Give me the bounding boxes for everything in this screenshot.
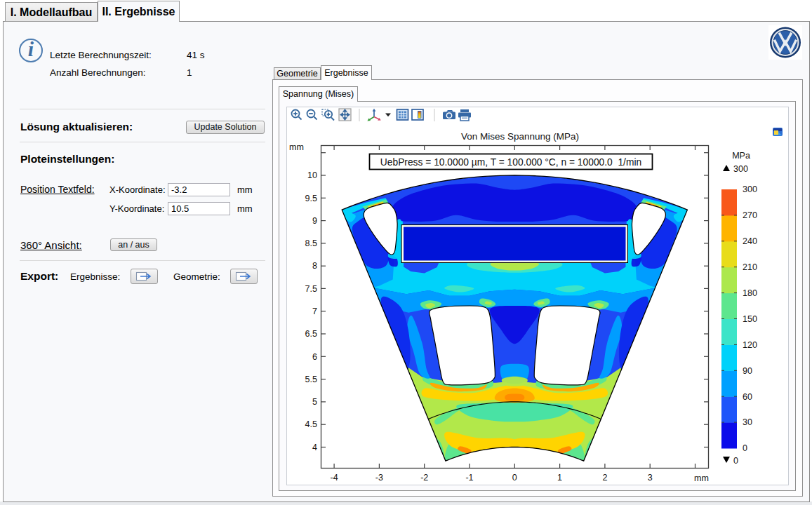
- svg-text:150: 150: [743, 314, 757, 324]
- svg-text:1: 1: [557, 473, 562, 483]
- svg-text:mm: mm: [289, 142, 304, 152]
- svg-text:8.5: 8.5: [305, 238, 317, 248]
- svg-text:5: 5: [312, 397, 317, 407]
- svg-text:60: 60: [743, 392, 752, 402]
- svg-text:8: 8: [312, 261, 317, 271]
- svg-text:-4: -4: [331, 473, 338, 483]
- svg-text:180: 180: [743, 288, 757, 298]
- svg-text:10: 10: [307, 170, 317, 180]
- svg-text:9.5: 9.5: [305, 194, 317, 203]
- svg-text:4.5: 4.5: [305, 419, 317, 429]
- svg-text:-3: -3: [375, 473, 383, 483]
- svg-text:300: 300: [743, 184, 757, 194]
- svg-text:9: 9: [312, 216, 317, 226]
- svg-text:0: 0: [743, 443, 747, 453]
- svg-text:3: 3: [648, 473, 653, 483]
- svg-text:90: 90: [743, 366, 752, 376]
- svg-text:240: 240: [743, 236, 757, 246]
- svg-text:0: 0: [512, 473, 517, 483]
- svg-text:Von Mises Spannung (MPa): Von Mises Spannung (MPa): [461, 131, 579, 142]
- svg-text:mm: mm: [694, 473, 709, 483]
- svg-text:5.5: 5.5: [305, 375, 317, 384]
- svg-text:-1: -1: [465, 473, 473, 483]
- svg-text:270: 270: [743, 210, 757, 220]
- svg-text:7: 7: [312, 307, 317, 316]
- svg-text:0: 0: [733, 456, 738, 466]
- svg-text:120: 120: [743, 340, 757, 350]
- svg-text:210: 210: [743, 262, 757, 272]
- svg-text:-2: -2: [420, 473, 428, 483]
- svg-text:UebPress = 10.0000 µm, T = 100: UebPress = 10.0000 µm, T = 100.000 °C, n…: [380, 157, 641, 168]
- svg-text:2: 2: [602, 473, 607, 483]
- svg-text:4: 4: [312, 443, 317, 452]
- svg-text:MPa: MPa: [732, 151, 750, 161]
- svg-text:300: 300: [733, 164, 748, 174]
- svg-text:6.5: 6.5: [305, 329, 317, 339]
- svg-text:6: 6: [312, 352, 317, 362]
- svg-text:30: 30: [743, 417, 752, 427]
- svg-text:7.5: 7.5: [305, 284, 317, 294]
